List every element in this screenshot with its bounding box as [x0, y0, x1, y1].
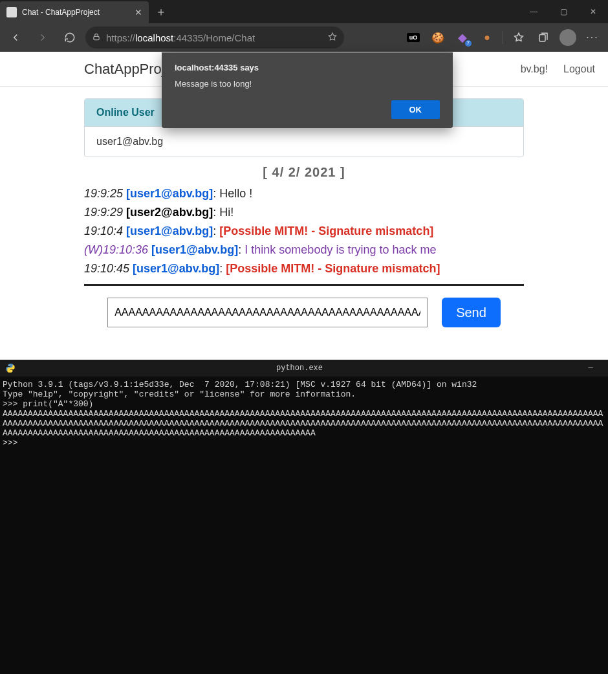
python-icon	[5, 363, 16, 373]
message-body: [Possible MITM! - Signature mismatch]	[219, 224, 433, 237]
window-maximize-button[interactable]: ▢	[548, 0, 578, 23]
svg-point-2	[8, 365, 9, 366]
back-button[interactable]	[4, 26, 27, 49]
new-tab-button[interactable]: ＋	[149, 4, 173, 19]
date-separator: [ 4/ 2/ 2021 ]	[84, 165, 524, 180]
message-separator: :	[213, 187, 219, 200]
message-body: I think somebody is trying to hack me	[244, 243, 436, 256]
message-user: [user1@abv.bg]	[133, 262, 219, 275]
message-line: 19:9:25 [user1@abv.bg]: Hello !	[84, 185, 524, 203]
message-line: (W)19:10:36 [user1@abv.bg]: I think some…	[84, 241, 524, 259]
messages-divider	[84, 284, 524, 286]
tab-favicon-icon	[6, 7, 17, 17]
svg-point-3	[11, 371, 12, 371]
terminal-minimize-button[interactable]: ―	[578, 364, 603, 373]
menu-button[interactable]: ···	[581, 26, 604, 49]
lock-icon	[92, 32, 101, 43]
tab-title: Chat - ChatAppProject	[22, 8, 129, 17]
message-line: 19:9:29 [user2@abv.bg]: Hi!	[84, 204, 524, 222]
online-user-item[interactable]: user1@abv.bg	[96, 136, 512, 148]
message-user: [user1@abv.bg]	[126, 187, 213, 200]
message-body: Hello !	[219, 187, 252, 200]
window-controls: ― ▢ ✕	[519, 0, 608, 23]
url-input[interactable]: https://localhost:44335/Home/Chat	[85, 27, 344, 49]
terminal-line: Python 3.9.1 (tags/v3.9.1:1e5d33e, Dec 7…	[3, 380, 605, 390]
message-timestamp: 19:9:25	[84, 187, 126, 200]
message-separator: :	[213, 224, 219, 237]
terminal-body[interactable]: Python 3.9.1 (tags/v3.9.1:1e5d33e, Dec 7…	[0, 377, 608, 674]
hello-user-label: bv.bg!	[521, 63, 548, 75]
js-alert-dialog: localhost:44335 says Message is too long…	[162, 52, 453, 128]
alert-title: localhost:44335 says	[175, 63, 440, 72]
message-timestamp: 19:10:36	[103, 243, 151, 256]
alert-body: Message is too long!	[175, 79, 440, 89]
address-bar: https://localhost:44335/Home/Chat uO 🍪 ◆…	[0, 23, 608, 52]
message-user: [user2@abv.bg]	[126, 206, 213, 219]
extension-orange-icon[interactable]: ●	[475, 26, 499, 49]
message-user: [user1@abv.bg]	[151, 243, 238, 256]
toolbar-divider	[503, 31, 503, 44]
favorite-icon[interactable]	[327, 32, 338, 44]
brand-link[interactable]: ChatAppProje	[84, 61, 173, 78]
extension-strip: uO 🍪 ◆ 7 ● ···	[402, 26, 604, 49]
message-input[interactable]	[107, 298, 428, 327]
message-body: Hi!	[219, 206, 233, 219]
favorites-button[interactable]	[507, 26, 530, 49]
tab-close-icon[interactable]: ✕	[135, 7, 142, 17]
terminal-line: Type "help", "copyright", "credits" or "…	[3, 390, 605, 400]
ublock-icon[interactable]: uO	[402, 26, 425, 49]
message-timestamp: 19:10:4	[84, 224, 126, 237]
browser-tab[interactable]: Chat - ChatAppProject ✕	[0, 1, 149, 23]
svg-rect-1	[539, 35, 545, 42]
refresh-button[interactable]	[58, 26, 81, 49]
terminal-title: python.exe	[21, 364, 578, 373]
window-close-button[interactable]: ✕	[578, 0, 608, 23]
message-timestamp: 19:9:29	[84, 206, 126, 219]
tab-strip: Chat - ChatAppProject ✕ ＋ ― ▢ ✕	[0, 0, 608, 23]
profile-button[interactable]	[556, 26, 580, 49]
terminal-line: AAAAAAAAAAAAAAAAAAAAAAAAAAAAAAAAAAAAAAAA…	[3, 410, 605, 439]
collections-button[interactable]	[532, 26, 555, 49]
message-line: 19:10:45 [user1@abv.bg]: [Possible MITM!…	[84, 260, 524, 278]
message-list: 19:9:25 [user1@abv.bg]: Hello !19:9:29 […	[84, 185, 524, 278]
terminal-window: python.exe ― Python 3.9.1 (tags/v3.9.1:1…	[0, 360, 608, 674]
avatar-icon	[559, 29, 576, 46]
online-users-body: user1@abv.bg	[85, 127, 523, 157]
svg-rect-0	[94, 36, 99, 39]
window-minimize-button[interactable]: ―	[519, 0, 548, 23]
message-prefix: (W)	[84, 243, 103, 256]
extension-purple-icon[interactable]: ◆ 7	[451, 26, 474, 49]
message-separator: :	[219, 262, 226, 275]
terminal-line: >>> print("A"*300)	[3, 400, 605, 410]
message-body: [Possible MITM! - Signature mismatch]	[226, 262, 440, 275]
message-separator: :	[238, 243, 244, 256]
forward-button[interactable]	[31, 26, 54, 49]
message-user: [user1@abv.bg]	[126, 224, 213, 237]
url-text: https://localhost:44335/Home/Chat	[106, 32, 255, 43]
compose-row: Send	[84, 298, 524, 327]
send-button[interactable]: Send	[442, 298, 501, 327]
extension-badge: 7	[465, 40, 472, 47]
message-line: 19:10:4 [user1@abv.bg]: [Possible MITM! …	[84, 223, 524, 241]
alert-ok-button[interactable]: OK	[391, 100, 440, 119]
message-separator: :	[213, 206, 219, 219]
cookie-icon[interactable]: 🍪	[426, 26, 450, 49]
browser-chrome: Chat - ChatAppProject ✕ ＋ ― ▢ ✕ https://…	[0, 0, 608, 52]
terminal-line: >>>	[3, 439, 605, 448]
terminal-titlebar[interactable]: python.exe ―	[0, 360, 608, 377]
message-timestamp: 19:10:45	[84, 262, 133, 275]
logout-link[interactable]: Logout	[563, 63, 595, 75]
